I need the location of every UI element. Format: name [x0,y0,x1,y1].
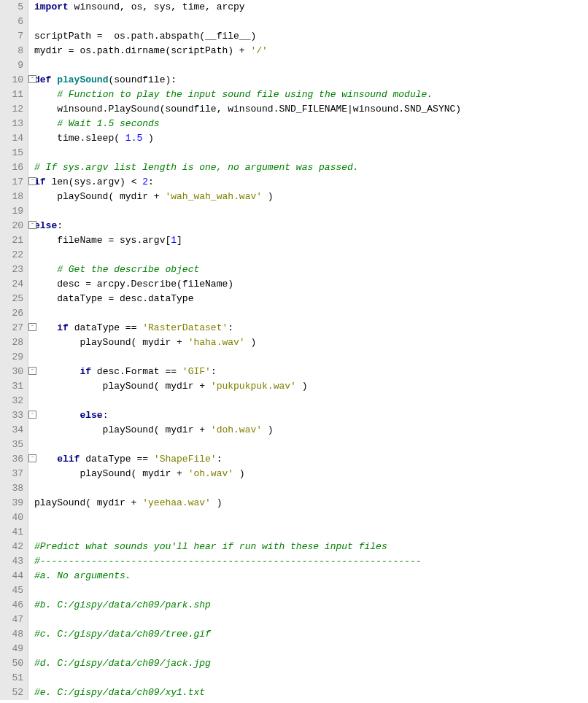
line-number: 34 [3,423,23,438]
fold-marker-icon[interactable]: - [28,323,36,331]
code-line [34,394,461,408]
line-number: 11 [3,88,23,102]
token-cmt: #d. C:/gispy/data/ch09/jack.jpg [34,658,211,669]
token-kw: if [57,322,69,333]
line-number: 38 [3,481,23,496]
code-line: - elif dataType == 'ShapeFile': [34,452,461,467]
fold-marker-icon[interactable]: - [28,75,36,83]
line-number: 50 [3,656,23,671]
token-kw: else [34,220,57,231]
token-kw: else [80,410,102,421]
code-line: dataType = desc.dataType [34,292,461,306]
token-ident [34,322,57,333]
token-num: 1.5 [125,133,142,144]
line-number: 51 [3,671,23,685]
token-ident: desc = arcpy.Describe(fileName) [34,279,233,290]
code-line: #a. No arguments. [34,569,461,583]
token-str: 'pukpukpuk.wav' [211,381,296,392]
token-ident: : [228,322,233,333]
token-ident: : [148,176,154,187]
token-ident: ) [262,191,274,202]
line-number: 15 [3,146,23,160]
token-ident: fileName = sys.argv[ [34,235,171,246]
token-cmt: # If sys.argv list length is one, no arg… [34,162,359,173]
line-number: 20 [3,219,23,233]
code-line: playSound( mydir + 'wah_wah_wah.wav' ) [34,190,461,204]
line-number: 37 [3,467,23,481]
code-line [34,671,461,685]
token-str: 'wah_wah_wah.wav' [165,191,262,202]
line-number: 13 [3,117,23,131]
code-line: mydir = os.path.dirname(scriptPath) + '/… [34,44,461,58]
token-ident: len(sys.argv) < [46,176,143,187]
code-line: time.sleep( 1.5 ) [34,131,461,146]
code-line: -def playSound(soundfile): [34,73,461,88]
code-line: - if desc.Format == 'GIF': [34,365,461,379]
line-number: 17 [3,175,23,190]
line-number: 40 [3,510,23,525]
line-number: 5 [3,0,23,15]
token-ident [34,118,57,129]
token-ident: : [211,366,217,377]
line-number: 32 [3,394,23,408]
fold-marker-icon[interactable]: - [28,221,36,229]
line-number: 26 [3,306,23,321]
token-ident [34,89,57,100]
line-number-gutter: 5678910111213141516171819202122232425262… [0,0,28,700]
code-line [34,15,461,29]
token-ident [34,454,57,465]
line-number: 36 [3,452,23,467]
token-str: 'oh.wav' [188,468,233,479]
token-cmt: #e. C:/gispy/data/ch09/xy1.txt [34,687,205,698]
code-line [34,350,461,365]
code-line: import winsound, os, sys, time, arcpy [34,0,461,15]
token-ident: ] [177,235,182,246]
token-str: 'RasterDataset' [142,322,228,333]
fold-marker-icon[interactable]: - [28,367,36,375]
token-ident [34,264,57,275]
fold-marker-icon[interactable]: - [28,177,36,185]
token-num: 2 [142,176,148,187]
code-line: - if dataType == 'RasterDataset': [34,321,461,335]
line-number: 27 [3,321,23,335]
line-number: 24 [3,277,23,292]
token-ident: playSound( mydir + [34,381,211,392]
code-line: scriptPath = os.path.abspath(__file__) [34,29,461,44]
token-cmt: # Wait 1.5 seconds [57,118,159,129]
line-number: 39 [3,496,23,510]
fold-marker-icon[interactable]: - [28,454,36,462]
token-kw: if [80,366,91,377]
code-line: playSound( mydir + 'haha.wav' ) [34,335,461,350]
code-line [34,642,461,656]
token-ident: ) [262,424,274,435]
code-line: playSound( mydir + 'doh.wav' ) [34,423,461,438]
code-line: -if len(sys.argv) < 2: [34,175,461,190]
line-number: 49 [3,642,23,656]
token-ident: : [57,220,63,231]
token-ident [34,366,80,377]
code-line [34,481,461,496]
token-str: 'yeehaa.wav' [142,497,211,508]
code-line: # Get the describe object [34,263,461,277]
code-line [34,146,461,160]
token-ident: winsound.PlaySound(soundfile, winsound.S… [34,104,461,114]
line-number: 47 [3,613,23,627]
token-ident: ) [142,133,154,144]
code-line [34,306,461,321]
line-number: 16 [3,160,23,175]
code-line [34,613,461,627]
code-line: winsound.PlaySound(soundfile, winsound.S… [34,102,461,117]
line-number: 21 [3,233,23,248]
token-ident: mydir = os.path.dirname(scriptPath) + [34,45,250,56]
token-str: 'haha.wav' [188,337,245,348]
token-cmt: #c. C:/gispy/data/ch09/tree.gif [34,629,211,640]
code-line: - else: [34,408,461,423]
token-ident: ) [211,497,223,508]
token-str: '/' [250,45,267,56]
code-area[interactable]: import winsound, os, sys, time, arcpyscr… [28,0,461,700]
token-def: playSound [57,74,108,85]
line-number: 18 [3,190,23,204]
code-line: -else: [34,219,461,233]
token-ident: dataType == [69,322,142,333]
fold-marker-icon[interactable]: - [28,411,36,419]
